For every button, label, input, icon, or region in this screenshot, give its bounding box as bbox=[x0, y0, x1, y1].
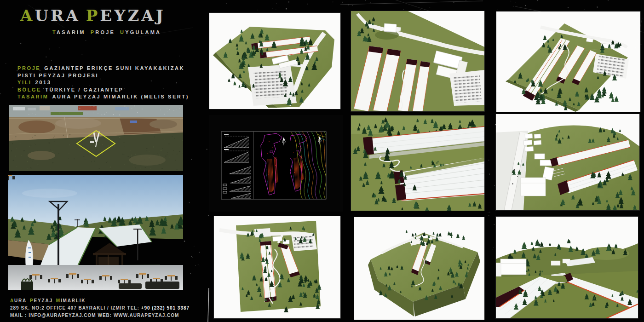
project-info-row: TASARIMAURA PEYZAJ MIMARLIK (MELIS SERT) bbox=[17, 93, 189, 101]
contact-address-line: 289 SK. NO:2 OFFICE 407 BAYRAKLI / IZMIR… bbox=[10, 305, 190, 312]
brand-logo: AURAPEYZAJ bbox=[20, 6, 166, 25]
render-plan-vertical bbox=[214, 216, 340, 318]
project-info-row: PROJEGAZIANTEP ERIKÇE SUNI KAYAK&KIZAK bbox=[17, 65, 189, 72]
brand-word-aura: AURA bbox=[20, 6, 80, 25]
render-slope-perspective bbox=[496, 217, 638, 318]
render-aerial-overview-north bbox=[496, 12, 640, 112]
brand-word-peyzaj: PEYZAJ bbox=[86, 6, 166, 25]
phone-number: +90 (232) 501 3387 bbox=[141, 305, 190, 310]
render-terrain-block bbox=[354, 217, 484, 320]
render-slope-top-closeup bbox=[351, 115, 484, 211]
render-aerial-overview-west bbox=[209, 13, 340, 109]
site-satellite-photo bbox=[9, 105, 183, 171]
contact-block: AURAPEYZAJMIMARLIK 289 SK. NO:2 OFFICE 4… bbox=[10, 297, 190, 319]
render-plan-top-down bbox=[351, 11, 484, 111]
cad-drawing-sheet bbox=[209, 115, 343, 212]
project-info-row: BÖLGETÜRKIYE / GAZIANTEP bbox=[17, 86, 189, 94]
project-info-row: YILI2013 bbox=[17, 79, 189, 86]
project-info-row: PISTI PEYZAJ PROJESI bbox=[17, 72, 189, 80]
project-info: PROJEGAZIANTEP ERIKÇE SUNI KAYAK&KIZAK P… bbox=[17, 65, 189, 101]
contact-mailweb-line: MAIL : INFO@AURAPEYZAJ.COM WEB: WWW.AURA… bbox=[10, 312, 190, 319]
contact-firm-line: AURAPEYZAJMIMARLIK bbox=[10, 297, 190, 305]
brand-tagline: TASARIMPROJEUYGULAMA bbox=[52, 29, 166, 35]
render-base-area-view bbox=[496, 114, 639, 210]
site-ground-photo bbox=[8, 175, 183, 290]
